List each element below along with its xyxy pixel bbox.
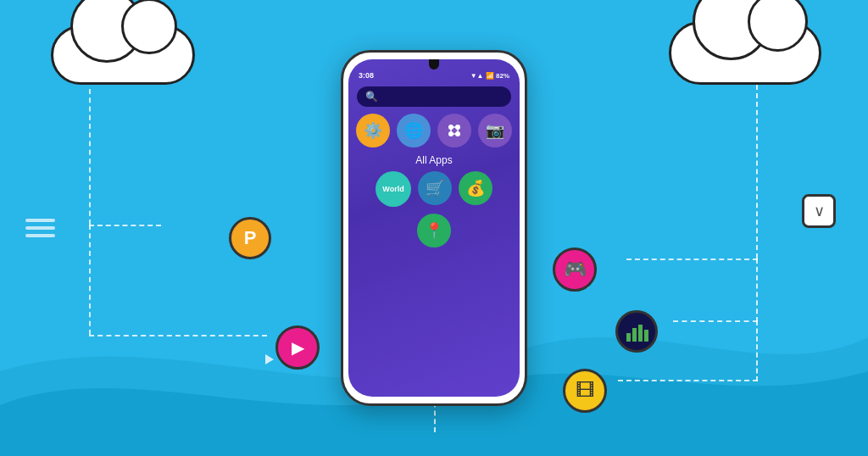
cloud-right [669,21,821,85]
dashed-line-cloud-left-v2 [89,225,91,335]
hamburger-line-1 [25,219,55,222]
dashed-line-left-h1 [89,225,161,226]
camera-app-icon[interactable]: 📷 [478,114,512,147]
hamburger-line-2 [25,226,55,230]
play-float-icon: ▶ [275,325,320,370]
status-icons: ▼▲ 📶 82% [470,72,509,80]
dashed-line-left-h2 [89,335,267,336]
grid-svg [445,121,464,140]
search-icon: 🔍 [365,91,378,103]
hamburger-line-3 [25,234,55,237]
svg-point-3 [455,131,460,136]
checkbox-button[interactable]: ∨ [802,194,836,228]
equalizer-svg [625,321,648,342]
dashed-line-right-h1 [626,259,758,260]
world-app-icon[interactable]: World [376,171,411,207]
chevron-down-icon: ∨ [814,202,825,220]
dashed-line-right-h2 [673,320,758,322]
svg-point-2 [448,131,453,136]
phone-search-bar[interactable]: 🔍 [357,86,511,107]
hamburger-menu[interactable] [25,219,55,237]
status-time: 3:08 [359,71,374,80]
settings-app-icon[interactable]: ⚙️ [356,114,390,147]
svg-rect-10 [638,325,643,342]
apps-grid-icon[interactable] [437,114,471,147]
phone-notch [429,59,439,70]
arrow-to-play [265,354,274,364]
svg-rect-8 [626,333,631,342]
phone-device: 3:08 ▼▲ 📶 82% 🔍 ⚙️ 🌐 [341,50,527,406]
all-apps-label: All Apps [348,154,520,166]
equalizer-float-icon [615,310,658,353]
phone-screen: 3:08 ▼▲ 📶 82% 🔍 ⚙️ 🌐 [348,59,520,397]
dashed-line-cloud-right-v3 [756,320,758,381]
cart-app-icon[interactable]: 🛒 [418,171,452,205]
cloud-left [51,25,195,85]
maps-app-icon[interactable]: 📍 [417,214,451,247]
svg-point-0 [448,125,453,130]
parking-float-icon: P [229,217,271,259]
gamepad-float-icon: 🎮 [553,247,597,292]
svg-point-1 [455,125,460,130]
app-row-1: ⚙️ 🌐 📷 [348,114,520,147]
svg-rect-9 [632,328,637,342]
dashed-line-cloud-right-v2 [756,259,758,322]
app-row-2: World 🛒 💰 [348,171,520,207]
dashed-line-cloud-left-v [89,89,91,225]
money-app-icon[interactable]: 💰 [459,171,492,205]
dashed-line-right-h3 [618,380,758,381]
dashed-line-cloud-right-v [756,85,758,259]
browser-app-icon[interactable]: 🌐 [397,114,431,147]
svg-rect-11 [644,330,648,342]
film-float-icon: 🎞 [563,369,607,413]
app-row-3: 📍 [348,214,520,247]
